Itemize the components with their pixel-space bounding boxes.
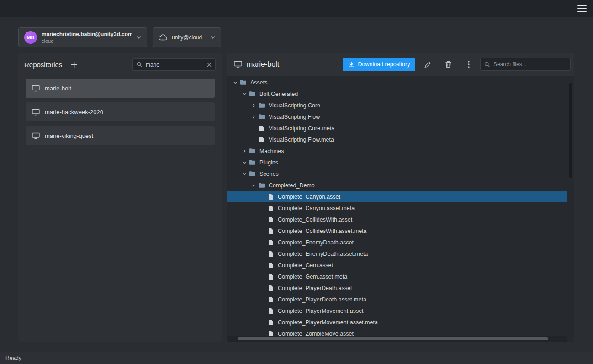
repository-item[interactable]: marie-viking-quest [26, 126, 215, 145]
chevron-down-icon[interactable] [240, 168, 249, 179]
tree-row-file[interactable]: Complete_EnemyDeath.asset.meta [227, 248, 567, 259]
download-icon [348, 61, 355, 68]
folder-icon [249, 171, 256, 177]
download-repository-button[interactable]: Download repository [343, 58, 415, 71]
tree-row-file[interactable]: VisualScripting.Flow.meta [227, 134, 567, 145]
top-bar [0, 0, 593, 17]
repositories-panel: Repositories marie-boltmarie-hackweek-20… [18, 53, 222, 342]
file-icon [267, 319, 275, 326]
tree-row-file[interactable]: Complete_Canyon.asset.meta [227, 202, 567, 214]
tree-row-folder[interactable]: Bolt.Generated [227, 88, 567, 100]
tree-row-file[interactable]: Complete_CollidesWith.asset.meta [227, 225, 567, 237]
chevron-down-icon[interactable] [249, 179, 258, 191]
tree-item-label: Complete_PlayerDeath.asset.meta [278, 296, 366, 303]
folder-icon [249, 159, 256, 165]
tree-row-file[interactable]: Complete_PlayerMovement.asset [227, 305, 567, 317]
file-icon [267, 239, 275, 246]
chevron-down-icon[interactable] [240, 88, 249, 100]
download-button-label: Download repository [358, 61, 410, 68]
file-icon [267, 194, 275, 200]
horizontal-scrollbar[interactable] [238, 337, 548, 340]
add-repository-button[interactable] [69, 60, 79, 70]
tree-row-folder[interactable]: Plugins [227, 157, 567, 168]
cloud-icon [159, 34, 168, 41]
tree-item-label: Complete_EnemyDeath.asset.meta [278, 251, 368, 257]
chevron-spacer [258, 214, 267, 225]
file-icon [267, 251, 275, 257]
tree-item-label: Complete_EnemyDeath.asset [278, 239, 354, 246]
repository-name: marie-bolt [45, 85, 71, 92]
tree-row-folder[interactable]: VisualScripting.Core [227, 100, 567, 111]
tree-row-file[interactable]: Complete_PlayerDeath.asset [227, 282, 567, 294]
clear-search-icon[interactable] [207, 63, 212, 67]
tree-item-label: Bolt.Generated [259, 91, 298, 97]
repository-view-header: marie-bolt Download repository [227, 53, 574, 76]
folder-icon [239, 79, 247, 85]
tree-item-label: Machines [259, 148, 284, 154]
tree-item-label: VisualScripting.Flow [269, 114, 320, 120]
delete-button[interactable] [443, 59, 453, 69]
chevron-spacer [258, 271, 267, 282]
tree-row-file[interactable]: Complete_EnemyDeath.asset [227, 237, 567, 248]
tree-row-file[interactable]: Complete_Canyon.asset [227, 191, 567, 202]
chevron-right-icon[interactable] [249, 100, 258, 111]
tree-row-folder[interactable]: Completed_Demo [227, 179, 567, 191]
repository-item[interactable]: marie-bolt [26, 79, 215, 98]
chevron-down-icon[interactable] [231, 77, 239, 88]
chevron-spacer [258, 282, 267, 294]
tree-item-label: VisualScripting.Core.meta [269, 125, 334, 132]
avatar: MB [24, 31, 37, 44]
vertical-scrollbar[interactable] [569, 83, 572, 178]
tree-item-label: VisualScripting.Core [269, 102, 320, 109]
tree-row-file[interactable]: Complete_CollidesWith.asset [227, 214, 567, 225]
tree-item-label: Scenes [259, 171, 279, 177]
edit-button[interactable] [423, 59, 433, 69]
file-icon [267, 228, 275, 234]
tree-row-folder[interactable]: VisualScripting.Flow [227, 111, 567, 122]
repository-item[interactable]: marie-hackweek-2020 [26, 102, 215, 121]
repository-search-box [132, 58, 216, 71]
chevron-down-icon [210, 36, 215, 39]
tree-row-file[interactable]: Complete_Gem.asset.meta [227, 271, 567, 282]
chevron-spacer [258, 317, 267, 328]
file-icon [267, 216, 275, 223]
chevron-spacer [249, 134, 258, 145]
file-icon [267, 274, 275, 280]
file-search-input[interactable] [493, 61, 567, 68]
file-icon [258, 137, 265, 143]
more-options-button[interactable] [464, 59, 474, 69]
tree-item-label: Complete_PlayerDeath.asset [278, 285, 352, 291]
chevron-down-icon[interactable] [240, 157, 249, 168]
tree-row-file[interactable]: Complete_Gem.asset [227, 259, 567, 271]
chevron-spacer [258, 191, 267, 202]
account-dropdown[interactable]: MB mariechristine.babin@unity3d.com clou… [18, 27, 147, 47]
chevron-spacer [258, 259, 267, 271]
file-icon [267, 205, 275, 211]
account-type-label: cloud [42, 38, 132, 44]
chevron-spacer [258, 248, 267, 259]
tree-item-label: Complete_PlayerMovement.asset.meta [278, 319, 378, 326]
folder-icon [249, 91, 256, 97]
tree-row-file[interactable]: Complete_PlayerMovement.asset.meta [227, 317, 567, 328]
workspace-dropdown[interactable]: unity@cloud [153, 27, 221, 47]
repository-icon [234, 61, 242, 68]
tree-row-folder[interactable]: Machines [227, 145, 567, 157]
repository-search-input[interactable] [146, 62, 204, 68]
tree-item-label: Complete_CollidesWith.asset.meta [278, 228, 367, 234]
chevron-right-icon[interactable] [249, 111, 258, 122]
file-tree: AssetsBolt.GeneratedVisualScripting.Core… [227, 77, 567, 342]
tree-item-label: Assets [250, 79, 268, 86]
file-icon [267, 262, 275, 269]
tree-item-label: Complete_Canyon.asset [278, 194, 340, 200]
tree-row-folder[interactable]: Assets [227, 77, 567, 88]
chevron-spacer [249, 122, 258, 134]
tree-item-label: Complete_Gem.asset [278, 262, 333, 269]
tree-row-file[interactable]: Complete_PlayerDeath.asset.meta [227, 294, 567, 305]
tree-item-label: Complete_Gem.asset.meta [278, 274, 347, 280]
tree-item-label: Complete_CollidesWith.asset [278, 216, 352, 223]
chevron-right-icon[interactable] [240, 145, 249, 157]
menu-icon[interactable] [577, 5, 587, 12]
file-icon [258, 125, 265, 132]
tree-row-file[interactable]: VisualScripting.Core.meta [227, 122, 567, 134]
tree-row-folder[interactable]: Scenes [227, 168, 567, 179]
